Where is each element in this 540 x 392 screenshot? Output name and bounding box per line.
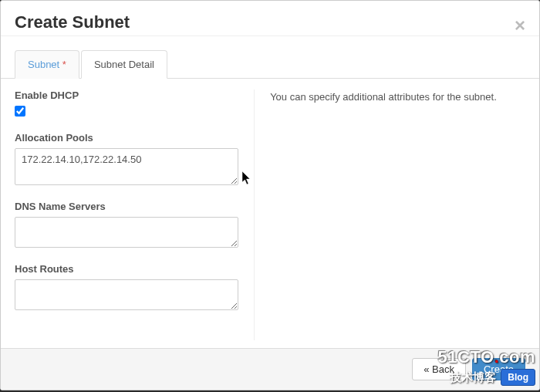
dns-servers-label: DNS Name Servers [15, 201, 238, 212]
modal-body: Enable DHCP Allocation Pools DNS Name Se… [1, 79, 539, 348]
create-button[interactable]: Create [472, 358, 525, 380]
enable-dhcp-checkbox[interactable] [15, 106, 25, 117]
host-routes-input[interactable] [15, 279, 238, 310]
create-subnet-modal: Create Subnet × Subnet * Subnet Detail E… [0, 0, 540, 390]
allocation-pools-label: Allocation Pools [15, 132, 238, 144]
required-asterisk: * [62, 59, 66, 70]
tabs: Subnet * Subnet Detail [15, 50, 525, 79]
modal-footer: « Back Create [1, 348, 539, 390]
close-button[interactable]: × [515, 16, 525, 35]
tabs-container: Subnet * Subnet Detail [1, 36, 539, 79]
help-text: You can specify additional attributes fo… [270, 90, 525, 105]
help-column: You can specify additional attributes fo… [255, 90, 525, 340]
modal-header: Create Subnet × [1, 1, 539, 36]
tab-subnet[interactable]: Subnet * [15, 50, 79, 79]
allocation-pools-input[interactable] [15, 148, 238, 185]
dns-servers-input[interactable] [15, 217, 238, 248]
tab-detail-label: Subnet Detail [94, 59, 154, 70]
host-routes-label: Host Routes [15, 263, 238, 275]
dns-servers-group: DNS Name Servers [15, 201, 238, 251]
tab-subnet-label: Subnet [28, 59, 59, 70]
form-column: Enable DHCP Allocation Pools DNS Name Se… [15, 90, 255, 340]
enable-dhcp-label: Enable DHCP [15, 90, 238, 101]
back-button[interactable]: « Back [412, 358, 466, 380]
enable-dhcp-group: Enable DHCP [15, 90, 238, 120]
host-routes-group: Host Routes [15, 263, 238, 313]
modal-title: Create Subnet [15, 12, 525, 32]
tab-subnet-detail[interactable]: Subnet Detail [81, 50, 167, 79]
allocation-pools-group: Allocation Pools [15, 132, 238, 188]
